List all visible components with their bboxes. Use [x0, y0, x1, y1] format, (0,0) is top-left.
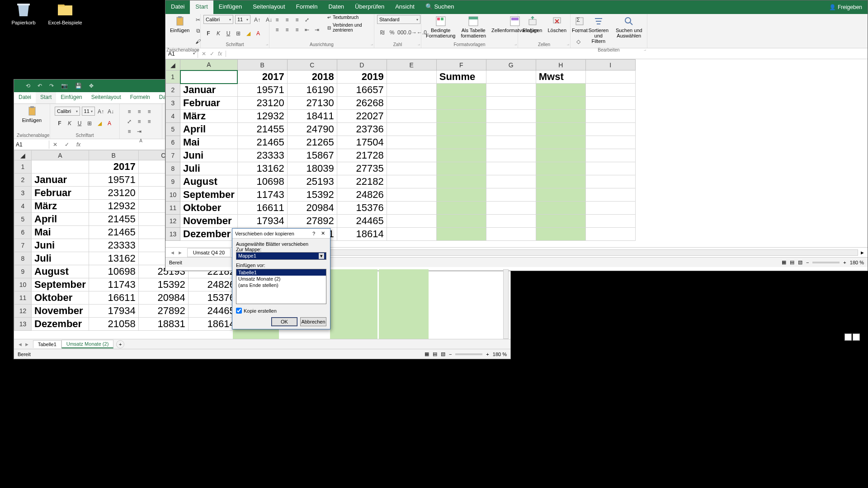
font-size-select[interactable]: 11▾ — [82, 107, 95, 116]
scroll-right-icon[interactable]: ► — [860, 250, 865, 255]
tab-ueberpruefen[interactable]: Überprüfen — [349, 0, 390, 14]
h-scrollbar[interactable] — [251, 249, 858, 256]
tab-datei[interactable]: Datei — [14, 92, 36, 103]
undo-icon[interactable]: ↶ — [38, 83, 42, 89]
clear-icon[interactable]: ◇ — [573, 37, 583, 47]
desktop-icon-recycle-bin[interactable]: Papierkorb — [5, 0, 42, 25]
sheet-nav-next-icon[interactable]: ► — [24, 342, 29, 347]
name-box[interactable]: A1 — [14, 141, 49, 149]
fx-cancel-icon[interactable]: ✕ — [49, 141, 61, 148]
spreadsheet-front[interactable]: ◢ABCDEFGHI1201720182019SummeMwst2Januar1… — [165, 59, 868, 247]
align-right-icon[interactable]: ≡ — [124, 127, 134, 136]
workbook-select[interactable]: Mappe1▾ — [236, 252, 326, 260]
sheet-tab-tabelle1[interactable]: Tabelle1 — [33, 340, 61, 348]
fx-icon[interactable]: fx — [73, 141, 84, 148]
tab-einfuegen[interactable]: Einfügen — [213, 0, 247, 14]
italic-button[interactable]: K — [213, 28, 223, 38]
insert-cells-button[interactable]: Einfügen — [521, 15, 544, 34]
sheet-tab-umsatz-q4[interactable]: Umsatz Q4 20 — [187, 248, 231, 257]
list-item[interactable]: Umsatz Monate (2) — [236, 276, 326, 282]
sheet-nav-next-icon[interactable]: ► — [178, 250, 183, 255]
tab-seitenlayout[interactable]: Seitenlayout — [87, 92, 126, 103]
fill-button[interactable]: ◢ — [243, 28, 253, 38]
view-break-icon[interactable]: ▧ — [441, 351, 445, 357]
tab-formeln[interactable]: Formeln — [126, 92, 155, 103]
border-button[interactable]: ⊞ — [85, 118, 94, 128]
underline-button[interactable]: U — [75, 118, 85, 128]
italic-button[interactable]: K — [65, 118, 75, 128]
dialog-help-button[interactable]: ? — [309, 231, 318, 236]
camera-icon[interactable]: 📷 — [61, 83, 68, 89]
zoom-in-icon[interactable]: + — [486, 352, 489, 357]
zoom-slider[interactable] — [812, 262, 840, 263]
underline-button[interactable]: U — [223, 28, 233, 38]
dialog-close-button[interactable]: ✕ — [318, 230, 327, 236]
create-copy-checkbox[interactable]: Kopie erstellen — [236, 308, 326, 314]
tab-formeln[interactable]: Formeln — [291, 0, 323, 14]
cancel-button[interactable]: Abbrechen — [300, 317, 326, 326]
tab-ansicht[interactable]: Ansicht — [390, 0, 420, 14]
ok-button[interactable]: OK — [271, 317, 297, 326]
fill-button[interactable]: ◢ — [94, 118, 104, 128]
zoom-level[interactable]: 180 % — [850, 260, 864, 265]
list-item[interactable]: Tabelle1 — [236, 269, 326, 276]
new-sheet-button[interactable]: + — [116, 340, 124, 348]
font-name-select[interactable]: Calibri▾ — [55, 107, 80, 116]
view-page-icon[interactable]: ▤ — [433, 351, 437, 357]
indent-dec-icon[interactable]: ⇤ — [302, 25, 312, 35]
touch-icon[interactable]: ✥ — [89, 83, 94, 89]
view-layout-icon[interactable]: ▦ — [782, 259, 786, 265]
zoom-out-icon[interactable]: − — [806, 260, 809, 265]
zoom-out-icon[interactable]: − — [449, 352, 452, 357]
tab-start[interactable]: Start — [190, 0, 213, 14]
v-scrollbar[interactable] — [503, 269, 509, 339]
merge-button[interactable]: ⊟Verbinden und zentrieren — [327, 23, 371, 33]
increase-font-icon[interactable]: A↑ — [97, 107, 105, 117]
currency-icon[interactable]: ₪ — [377, 28, 387, 38]
autosave-icon[interactable]: ⟲ — [26, 83, 30, 89]
search-box[interactable]: 🔍 Suchen — [420, 0, 460, 14]
align-bot-icon[interactable]: ≡ — [144, 107, 154, 117]
fill-series-icon[interactable]: ↓ — [573, 26, 583, 36]
conditional-format-button[interactable]: Bedingte Formatierung — [424, 15, 457, 39]
thousand-icon[interactable]: 000 — [397, 28, 407, 38]
align-center-icon[interactable]: ≡ — [144, 117, 154, 127]
bold-button[interactable]: F — [203, 28, 213, 38]
tab-start[interactable]: Start — [36, 92, 56, 103]
share-button[interactable]: 👤Freigeben — [824, 0, 868, 14]
number-format-select[interactable]: Standard▾ — [377, 15, 420, 24]
view-break-icon[interactable]: ▧ — [798, 259, 802, 265]
increase-font-icon[interactable]: A↑ — [252, 15, 262, 25]
sheet-nav-prev-icon[interactable]: ◄ — [18, 342, 23, 347]
zoom-in-icon[interactable]: + — [843, 260, 846, 265]
align-mid-icon[interactable]: ≡ — [134, 107, 144, 117]
align-top-icon[interactable]: ≡ — [124, 107, 134, 117]
sheet-tab-umsatz[interactable]: Umsatz Monate (2) — [61, 340, 114, 348]
font-size-select[interactable]: 11▾ — [235, 15, 250, 24]
font-color-button[interactable]: A — [104, 118, 114, 128]
paste-button[interactable]: Einfügen — [168, 15, 191, 34]
orient-icon[interactable]: ⤢ — [302, 15, 312, 25]
indent-icon[interactable]: ⇥ — [134, 127, 144, 136]
tab-daten[interactable]: Daten — [323, 0, 349, 14]
desktop-icon-folder[interactable]: Excel-Beispiele — [47, 0, 83, 25]
sort-filter-button[interactable]: Sortieren und Filtern — [585, 15, 612, 45]
zoom-level[interactable]: 180 % — [493, 352, 507, 357]
paste-button[interactable]: Einfügen — [17, 105, 47, 124]
delete-cells-button[interactable]: Löschen — [546, 15, 568, 34]
indent-inc-icon[interactable]: ⇥ — [312, 25, 322, 35]
decimal-inc-icon[interactable]: .0→ — [407, 28, 417, 38]
border-button[interactable]: ⊞ — [233, 28, 243, 38]
align-top-icon[interactable]: ≡ — [272, 15, 282, 25]
autosum-icon[interactable]: Σ — [573, 15, 583, 25]
fx-accept-icon[interactable]: ✓ — [61, 141, 73, 148]
tab-einfuegen[interactable]: Einfügen — [56, 92, 86, 103]
list-item[interactable]: (ans Ende stellen) — [236, 282, 326, 288]
decrease-font-icon[interactable]: A↓ — [107, 107, 115, 117]
align-left-icon[interactable]: ≡ — [134, 117, 144, 127]
fx-icon[interactable]: fx — [218, 51, 222, 57]
view-page-icon[interactable]: ▤ — [790, 259, 794, 265]
orient-icon[interactable]: ⤢ — [124, 117, 134, 127]
tab-seitenlayout[interactable]: Seitenlayout — [247, 0, 291, 14]
fx-cancel-icon[interactable]: ✕ — [202, 51, 206, 57]
